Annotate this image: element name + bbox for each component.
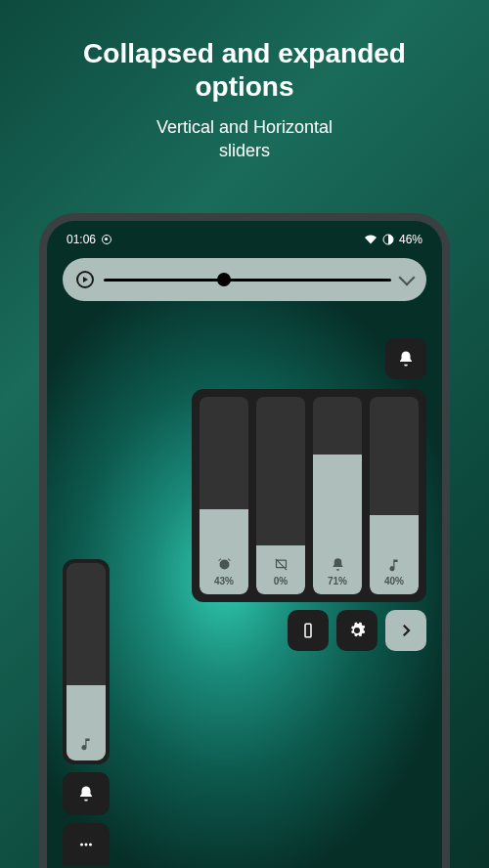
music-note-icon [387, 557, 402, 572]
hero-subtitle: Vertical and Horizontal sliders [0, 116, 489, 162]
dots-icon [77, 836, 95, 853]
hero-subtitle-line1: Vertical and Horizontal [156, 117, 333, 137]
status-right: 46% [364, 233, 422, 246]
horizontal-slider-panel [63, 258, 426, 301]
notification-toggle-button[interactable] [385, 338, 426, 379]
slider-pct: 43% [214, 576, 234, 586]
svg-point-2 [80, 844, 83, 846]
collapsed-bell-button[interactable] [63, 772, 110, 815]
horizontal-slider-track[interactable] [104, 279, 391, 282]
record-indicator-icon [102, 235, 111, 244]
music-note-icon [79, 736, 94, 751]
vertical-slider-alarm[interactable]: 43% [200, 397, 248, 594]
expanded-panel: 43% 0% 71% [192, 389, 426, 651]
bell-icon [397, 350, 415, 368]
battery-icon [382, 234, 394, 245]
phone-screen: 01:06 46% 43% [49, 223, 440, 866]
status-left: 01:06 [67, 233, 111, 246]
hero-title-line2: options [195, 71, 293, 102]
collapsed-more-button[interactable] [63, 823, 110, 866]
wifi-icon [364, 234, 378, 245]
alarm-icon [217, 557, 232, 572]
settings-button[interactable] [336, 610, 378, 651]
action-button-row [192, 610, 426, 651]
vibrate-button[interactable] [288, 610, 329, 651]
bell-icon [331, 557, 345, 572]
vertical-slider-ring[interactable]: 71% [313, 397, 362, 594]
chevron-right-icon [397, 622, 415, 639]
bell-icon [77, 785, 95, 803]
collapsed-panel [63, 559, 110, 866]
gear-icon [348, 622, 366, 639]
status-battery-pct: 46% [399, 233, 422, 246]
vertical-sliders-row: 43% 0% 71% [192, 389, 426, 602]
phone-vibrate-icon [299, 622, 317, 639]
hero-title-line1: Collapsed and expanded [83, 38, 406, 68]
status-bar: 01:06 46% [49, 223, 440, 250]
message-off-icon [274, 557, 289, 572]
horizontal-slider-thumb[interactable] [217, 273, 231, 286]
status-time: 01:06 [67, 233, 96, 246]
svg-rect-1 [305, 624, 311, 637]
vertical-slider-message[interactable]: 0% [256, 397, 305, 594]
slider-pct: 40% [384, 576, 404, 586]
more-button[interactable] [385, 610, 426, 651]
slider-pct: 71% [328, 576, 347, 586]
hero-section: Collapsed and expanded options Vertical … [0, 0, 489, 162]
collapsed-slider[interactable] [63, 559, 110, 764]
svg-point-4 [89, 844, 92, 846]
svg-point-3 [85, 844, 88, 846]
expand-chevron-icon[interactable] [399, 270, 416, 286]
phone-frame: 01:06 46% 43% [39, 213, 450, 868]
play-icon[interactable] [76, 271, 94, 288]
hero-subtitle-line2: sliders [219, 141, 270, 160]
vertical-slider-media[interactable]: 40% [370, 397, 419, 594]
hero-title: Collapsed and expanded options [0, 37, 489, 103]
slider-pct: 0% [274, 576, 288, 586]
